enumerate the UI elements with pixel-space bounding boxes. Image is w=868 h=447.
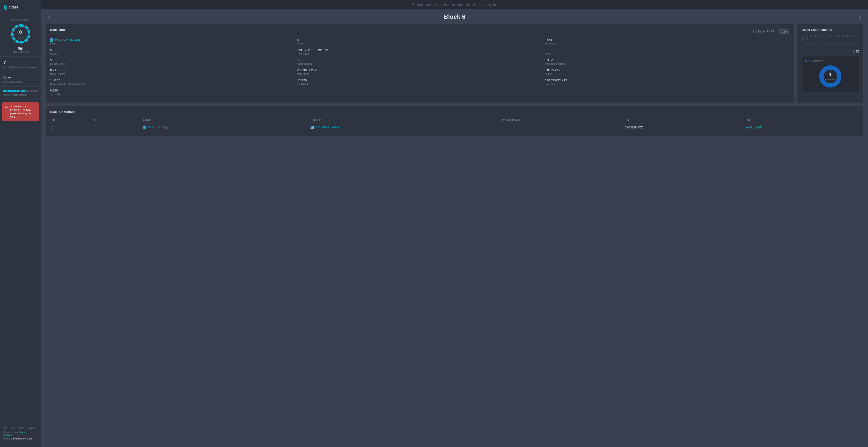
sender-address[interactable]: tz1VSUr8..8Cjcjb [148, 126, 169, 129]
sender-icon [143, 126, 146, 129]
hash-link[interactable]: ooHUp..a6AK [744, 126, 762, 129]
burned-label: Burned [545, 73, 789, 75]
cycle-donut: 0 Cycle [10, 23, 31, 44]
token-days-value: 0.000 [50, 89, 295, 92]
end-3: 3 [810, 35, 813, 37]
end-7: 7 [826, 35, 829, 37]
cycle-label-info: Cycle [545, 53, 789, 55]
ops-table-header: No Type Sender Receiver Amount/Reward Fe… [50, 117, 859, 123]
baker-icon [50, 38, 53, 42]
timestamp-label: Timestamp [297, 53, 542, 55]
election-value: – [8, 75, 10, 80]
latest-block-section: 7 Latest Block seen 5 minutes ago [0, 57, 41, 72]
end-12: 12 [846, 35, 849, 37]
baker-address[interactable]: tz1W15Vd..hvMyiu [50, 38, 295, 42]
gas-price-cell: 0.00030952 XTZ Gas Price [545, 79, 789, 85]
health-label: Good Network Health [3, 94, 38, 96]
footer-links: API Blog Terms Privacy [3, 426, 38, 429]
ops-count: 1 [825, 72, 836, 77]
cycle-number-center: 0 Cycle [18, 29, 24, 39]
health-bar-4 [17, 90, 20, 92]
end-22: 22 [822, 42, 825, 44]
election-section: – On-Chain Election [0, 72, 41, 87]
cycle-time: 0m [12, 46, 28, 51]
timestamp-cell: Apr 17, 2021 - 19:06:26 Timestamp [297, 48, 542, 55]
row-type [89, 123, 141, 132]
endorsement-score: 0/32 [802, 50, 859, 53]
footer-twitter-link[interactable]: Twitter [19, 431, 27, 434]
solvetime-cell: 2 sec Solvetime [545, 38, 789, 45]
health-bar-5 [21, 90, 25, 92]
main-content: Explore blocks, operations, accounts, el… [41, 0, 868, 447]
row-receiver: KT1HJ8VJ..8AU4AF [309, 123, 500, 132]
endorsements-title: Block Endorsements [802, 28, 859, 32]
election-indicator: – [3, 75, 38, 80]
search-bar[interactable]: Explore blocks, operations, accounts, el… [41, 0, 868, 9]
solvetime-label: Solvetime [545, 42, 789, 45]
footer-privacy-link[interactable]: Privacy [27, 426, 35, 429]
end-5: 5 [818, 35, 821, 37]
health-bar-8 [34, 90, 38, 92]
block-hash-area: BLL9rpVe..RisP4m Copy [752, 29, 789, 34]
legend-dot [805, 60, 807, 62]
footer-terms-link[interactable]: Terms [18, 426, 25, 429]
footer-made-prefix: Made by [3, 437, 12, 440]
timestamp-value: Apr 17, 2021 - 19:06:26 [297, 48, 542, 52]
endorsement-numbers-row1: 1 2 3 4 5 6 7 8 9 10 11 12 13 14 15 16 [802, 35, 859, 40]
end-14: 14 [854, 35, 857, 37]
confirmations-cell: 1 Confirmations [297, 58, 542, 65]
cycle-label: Cycle [18, 36, 24, 38]
solvetime-value: 2 sec [545, 38, 789, 42]
end-32: 32 [806, 45, 809, 48]
logo-text[interactable]: Stats [9, 5, 18, 9]
endorsement-numbers-row2: 17 18 19 20 21 22 23 24 25 26 27 28 29 3… [802, 42, 859, 48]
footer-discord-link[interactable]: Discord [3, 434, 12, 437]
ops-label: Operations [825, 78, 836, 81]
receiver-address[interactable]: KT1HJ8VJ..8AU4AF [315, 126, 341, 129]
block-info-title: Block Info [50, 28, 65, 32]
baker-reward-cell: 0 XTZ Baker Reward [50, 68, 295, 75]
col-hash: Hash [743, 117, 859, 123]
cycle-container: 0 Cycle 0m Until Cycle End [3, 23, 38, 53]
end-16: 16 [806, 38, 809, 40]
row-hash: ooHUp..a6AK [743, 123, 859, 132]
logo-icon: ꜩ [4, 4, 7, 10]
tx-volume-cell: 0 XTZ Transaction Volume [545, 58, 789, 65]
tx-volume-label: Transaction Volume [545, 63, 789, 65]
network-health-section: Good Network Health [0, 87, 41, 100]
col-fee: Fee [623, 117, 743, 123]
health-bar-7 [30, 90, 34, 92]
gas-used-label: Gas Used [297, 83, 542, 85]
cycle-value: 0 [545, 48, 789, 52]
prev-block-button[interactable]: ‹ [46, 13, 53, 21]
end-11: 11 [842, 35, 845, 37]
baker-reward-value: 0 XTZ [50, 68, 295, 72]
end-9: 9 [834, 35, 837, 37]
block-nav: ‹ Block 6 › [41, 9, 868, 24]
health-bar-3 [12, 90, 16, 92]
end-17: 17 [802, 42, 805, 44]
accounts-label: New / Funded / Cleared Accounts [50, 83, 295, 85]
col-no: No [50, 117, 89, 123]
row-sender: tz1VSUr8..8Cjcjb [141, 123, 309, 132]
footer-api-link[interactable]: API [3, 426, 7, 429]
footer-blog-link[interactable]: Blog [10, 426, 15, 429]
cycle-cell: 0 Cycle [545, 48, 789, 55]
fitness-value: 5 [50, 48, 295, 52]
health-bars [3, 90, 38, 92]
block-hash: BLL9rpVe..RisP4m [752, 30, 776, 33]
col-type: Type [89, 117, 141, 123]
end-6: 6 [822, 35, 825, 37]
next-block-button[interactable]: › [857, 13, 863, 21]
end-25: 25 [834, 42, 837, 44]
burned-cell: 0.6635 XTZ Burned [545, 68, 789, 75]
priority-label: Priority [297, 42, 542, 45]
fitness-label: Fitness [50, 53, 295, 55]
confirmations-value: 1 [297, 58, 542, 62]
gas-used-value: 12,726 [297, 79, 542, 82]
copy-hash-button[interactable]: Copy [778, 29, 789, 34]
level-cycle-label: Level in Cycle [50, 63, 295, 65]
cycle-number: 0 [18, 29, 24, 35]
end-2: 2 [806, 35, 809, 37]
row-no: 1 [50, 123, 89, 132]
